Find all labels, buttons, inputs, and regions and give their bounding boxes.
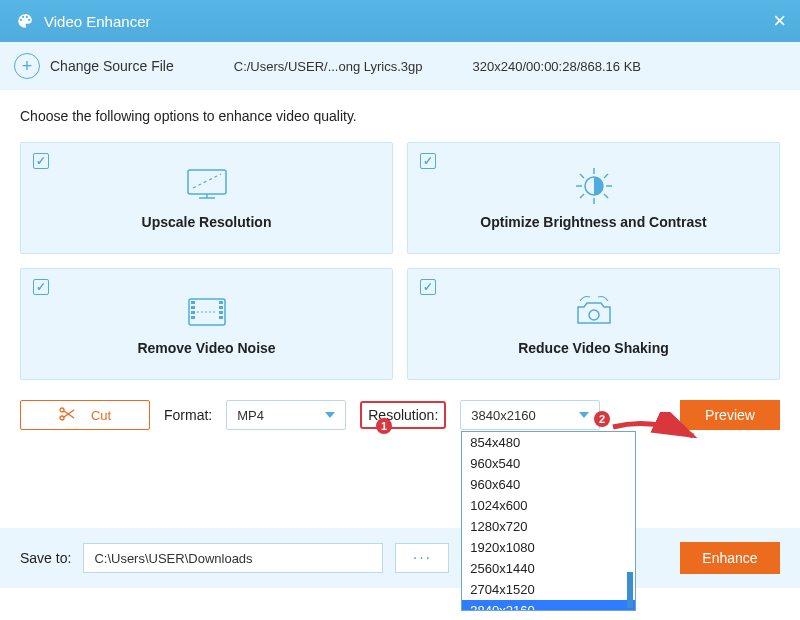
format-value: MP4: [237, 408, 264, 423]
format-label: Format:: [164, 407, 212, 423]
checkbox-checked-icon[interactable]: [33, 279, 49, 295]
annotation-badge-2: 2: [594, 411, 610, 427]
svg-rect-0: [188, 170, 226, 194]
svg-line-27: [64, 410, 74, 417]
resolution-option[interactable]: 1024x600: [462, 495, 635, 516]
resolution-label-highlight: Resolution:: [360, 401, 446, 429]
source-info: 320x240/00:00:28/868.16 KB: [473, 59, 641, 74]
svg-rect-19: [219, 306, 223, 309]
chevron-down-icon: [325, 412, 335, 418]
tile-label: Remove Video Noise: [137, 340, 275, 356]
tile-label: Optimize Brightness and Contrast: [480, 214, 706, 230]
resolution-dropdown[interactable]: 3840x2160 854x480960x540960x6401024x6001…: [460, 400, 600, 430]
checkbox-checked-icon[interactable]: [33, 153, 49, 169]
cut-button[interactable]: Cut: [20, 400, 150, 430]
change-source-label[interactable]: Change Source File: [50, 58, 174, 74]
tile-label: Reduce Video Shaking: [518, 340, 669, 356]
svg-line-10: [604, 194, 608, 198]
checkbox-checked-icon[interactable]: [420, 279, 436, 295]
cut-label: Cut: [91, 408, 111, 423]
enhance-button[interactable]: Enhance: [680, 542, 780, 574]
annotation-arrow-icon: [608, 412, 708, 452]
save-to-label: Save to:: [20, 550, 71, 566]
monitor-icon: [185, 166, 229, 206]
svg-point-23: [589, 310, 599, 320]
resolution-option[interactable]: 960x640: [462, 474, 635, 495]
tile-reduce-shaking[interactable]: Reduce Video Shaking: [407, 268, 780, 380]
instruction-text: Choose the following options to enhance …: [20, 108, 780, 124]
svg-rect-15: [191, 306, 195, 309]
svg-rect-16: [191, 311, 195, 314]
svg-rect-14: [191, 301, 195, 304]
resolution-option[interactable]: 1280x720: [462, 516, 635, 537]
resolution-option[interactable]: 1920x1080: [462, 537, 635, 558]
checkbox-checked-icon[interactable]: [420, 153, 436, 169]
app-title: Video Enhancer: [44, 13, 150, 30]
svg-line-1: [193, 174, 221, 188]
svg-rect-18: [219, 301, 223, 304]
format-dropdown[interactable]: MP4: [226, 400, 346, 430]
close-icon[interactable]: ×: [773, 8, 786, 34]
titlebar: Video Enhancer ×: [0, 0, 800, 42]
options-grid: Upscale Resolution Optimize Brightness a…: [20, 142, 780, 380]
source-bar: + Change Source File C:/Users/USER/...on…: [0, 42, 800, 90]
svg-rect-21: [219, 316, 223, 319]
save-path-input[interactable]: C:\Users\USER\Downloads: [83, 543, 383, 573]
save-path-value: C:\Users\USER\Downloads: [94, 551, 252, 566]
change-source-button[interactable]: +: [14, 53, 40, 79]
tile-remove-noise[interactable]: Remove Video Noise: [20, 268, 393, 380]
browse-button[interactable]: ···: [395, 543, 449, 573]
filmstrip-icon: [183, 292, 231, 332]
svg-rect-17: [191, 316, 195, 319]
svg-line-9: [580, 174, 584, 178]
resolution-option[interactable]: 3840x2160: [462, 600, 635, 611]
camera-shake-icon: [570, 292, 618, 332]
svg-line-12: [604, 174, 608, 178]
annotation-badge-1: 1: [376, 418, 392, 434]
resolution-option[interactable]: 2560x1440: [462, 558, 635, 579]
resolution-option[interactable]: 2704x1520: [462, 579, 635, 600]
brightness-icon: [572, 166, 616, 206]
scissors-icon: [59, 407, 75, 424]
svg-line-11: [580, 194, 584, 198]
resolution-options-list[interactable]: 854x480960x540960x6401024x6001280x720192…: [461, 431, 636, 611]
tile-optimize-brightness[interactable]: Optimize Brightness and Contrast: [407, 142, 780, 254]
tile-label: Upscale Resolution: [142, 214, 272, 230]
svg-point-24: [60, 408, 64, 412]
svg-rect-20: [219, 311, 223, 314]
save-bar: Save to: C:\Users\USER\Downloads ··· Enh…: [0, 528, 800, 588]
svg-line-26: [64, 411, 74, 418]
resolution-option[interactable]: 960x540: [462, 453, 635, 474]
resolution-value: 3840x2160: [471, 408, 535, 423]
source-path: C:/Users/USER/...ong Lyrics.3gp: [234, 59, 423, 74]
chevron-down-icon: [579, 412, 589, 418]
scrollbar-thumb[interactable]: [627, 572, 633, 608]
tile-upscale-resolution[interactable]: Upscale Resolution: [20, 142, 393, 254]
svg-point-25: [60, 416, 64, 420]
palette-icon: [14, 10, 36, 32]
